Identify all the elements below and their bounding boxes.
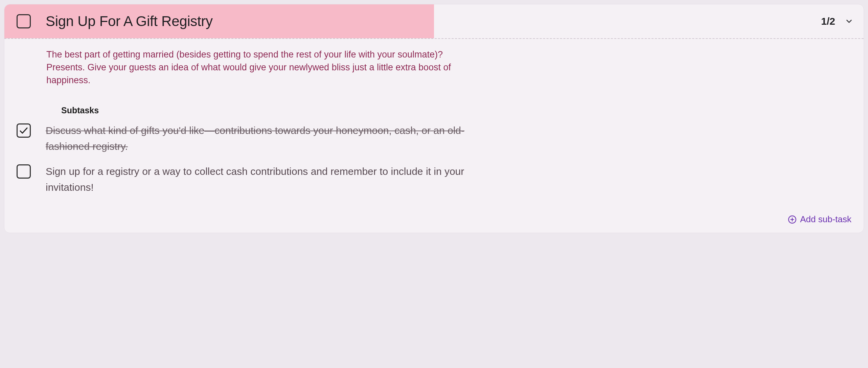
subtask-row: Discuss what kind of gifts you'd like—co…	[17, 123, 851, 154]
task-card: Sign Up For A Gift Registry 1/2 The best…	[4, 4, 864, 233]
check-icon	[19, 125, 29, 136]
collapse-toggle[interactable]	[845, 17, 853, 26]
subtask-label[interactable]: Discuss what kind of gifts you'd like—co…	[46, 123, 475, 154]
task-main-checkbox[interactable]	[17, 14, 31, 28]
subtask-row: Sign up for a registry or a way to colle…	[17, 164, 851, 195]
add-subtask-button[interactable]: Add sub-task	[788, 214, 851, 225]
task-body: The best part of getting married (beside…	[4, 39, 864, 211]
task-header: Sign Up For A Gift Registry 1/2	[4, 4, 864, 39]
subtasks-heading: Subtasks	[61, 106, 851, 115]
subtask-checkbox[interactable]	[17, 164, 31, 179]
add-subtask-row: Add sub-task	[4, 211, 864, 233]
subtasks-list: Discuss what kind of gifts you'd like—co…	[46, 123, 851, 195]
plus-circle-icon	[788, 215, 797, 224]
add-subtask-label: Add sub-task	[800, 214, 851, 225]
chevron-down-icon	[845, 17, 853, 26]
task-description: The best part of getting married (beside…	[46, 48, 473, 87]
subtask-checkbox[interactable]	[17, 123, 31, 138]
task-subtask-counter: 1/2	[821, 16, 835, 27]
subtask-label[interactable]: Sign up for a registry or a way to colle…	[46, 164, 475, 195]
task-title[interactable]: Sign Up For A Gift Registry	[46, 13, 821, 29]
